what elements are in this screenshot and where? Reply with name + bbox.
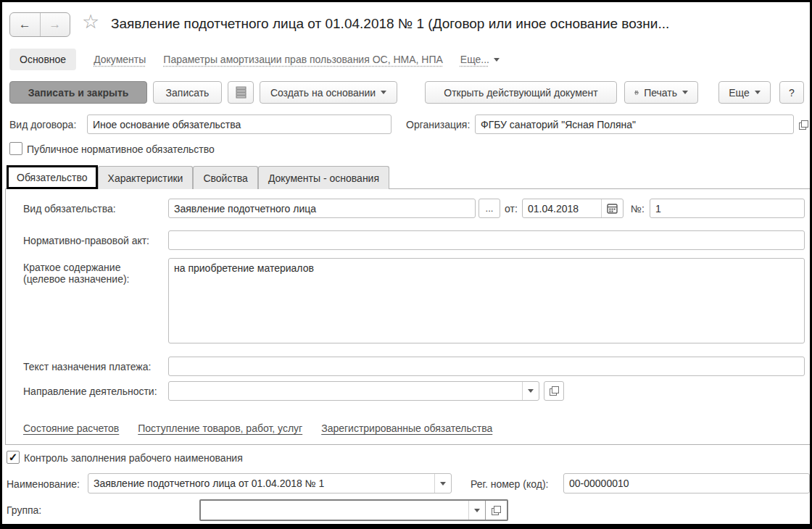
summary-label-line1: Краткое содержание bbox=[23, 262, 130, 273]
public-normative-label: Публичное нормативное обязательство bbox=[27, 143, 215, 155]
number-value: 1 bbox=[650, 203, 804, 214]
reg-number-label: Рег. номер (код): bbox=[471, 478, 548, 490]
obligation-type-value: Заявление подотчетного лица bbox=[169, 203, 475, 214]
public-normative-checkbox[interactable] bbox=[9, 142, 22, 155]
summary-textarea[interactable]: на приобретение материалов bbox=[168, 258, 805, 343]
activity-direction-input[interactable] bbox=[168, 381, 539, 401]
tab-properties[interactable]: Свойства bbox=[193, 166, 257, 189]
caret-down-icon bbox=[440, 482, 446, 486]
number-label: №: bbox=[631, 203, 645, 214]
payment-text-label: Текст назначения платежа: bbox=[23, 361, 151, 372]
favorite-star-icon[interactable]: ☆ bbox=[82, 12, 99, 32]
name-control-label: Контроль заполнения рабочего наименовани… bbox=[24, 452, 243, 464]
save-and-close-button[interactable]: Записать и закрыть bbox=[9, 81, 147, 104]
summary-label-line2: (целевое назначение): bbox=[23, 273, 130, 285]
create-based-on-button[interactable]: Создать на основании bbox=[260, 81, 397, 104]
nav-tab-amortization-params[interactable]: Параметры амортизации прав пользования О… bbox=[163, 54, 443, 65]
group-label: Группа: bbox=[7, 504, 41, 516]
detail-tabs: Обязательство Характеристики Свойства До… bbox=[7, 166, 389, 189]
obligation-type-input[interactable]: Заявление подотчетного лица bbox=[168, 199, 476, 218]
group-open-button[interactable] bbox=[485, 501, 507, 520]
name-dropdown-button[interactable] bbox=[434, 474, 451, 493]
caret-down-icon bbox=[381, 91, 386, 94]
back-button[interactable]: ← bbox=[10, 13, 40, 36]
group-dropdown-button[interactable] bbox=[468, 501, 485, 520]
forward-button[interactable]: → bbox=[40, 13, 70, 36]
name-control-checkbox[interactable]: ✓ bbox=[7, 451, 20, 464]
help-button[interactable]: ? bbox=[779, 81, 804, 104]
contract-type-value: Иное основание обязательства bbox=[88, 119, 391, 130]
command-toolbar: Записать и закрыть Записать Создать на о… bbox=[9, 81, 804, 104]
obligation-type-label: Вид обязательства: bbox=[23, 203, 116, 214]
activity-dropdown-button[interactable] bbox=[522, 382, 539, 400]
group-input[interactable] bbox=[199, 499, 508, 521]
caret-down-icon bbox=[755, 91, 761, 94]
nav-tab-main[interactable]: Основное bbox=[9, 49, 76, 70]
activity-open-button[interactable] bbox=[544, 381, 564, 401]
create-based-on-label: Создать на основании bbox=[270, 87, 376, 99]
obligation-tab-panel: Вид обязательства: Заявление подотчетног… bbox=[5, 188, 812, 445]
organization-input[interactable]: ФГБУ санаторий "Ясная Поляна" bbox=[475, 114, 794, 134]
tab-obligation[interactable]: Обязательство bbox=[7, 165, 98, 189]
tab-characteristics[interactable]: Характеристики bbox=[98, 166, 194, 189]
contract-type-label: Вид договора: bbox=[9, 119, 76, 130]
back-arrow-icon: ← bbox=[19, 17, 31, 32]
caret-down-icon bbox=[474, 509, 480, 512]
calendar-icon bbox=[607, 203, 618, 214]
caret-down-icon bbox=[528, 389, 534, 393]
organization-value: ФГБУ санаторий "Ясная Поляна" bbox=[476, 119, 793, 130]
contract-type-input[interactable]: Иное основание обязательства bbox=[87, 114, 392, 134]
obligation-document-window: ← → ☆ Заявление подотчетного лица от 01.… bbox=[0, 0, 812, 529]
obligation-type-choose-button[interactable]: ... bbox=[478, 199, 500, 218]
date-input[interactable]: 01.04.2018 bbox=[522, 199, 624, 218]
link-registered-obligations[interactable]: Зарегистрированные обязательства bbox=[321, 422, 492, 434]
print-button[interactable]: Печать bbox=[624, 81, 698, 104]
name-input[interactable]: Заявление подотчетного лица от 01.04.201… bbox=[88, 473, 452, 493]
open-active-document-button[interactable]: Открыть действующий документ bbox=[425, 81, 617, 104]
summary-label: Краткое содержание (целевое назначение): bbox=[23, 262, 130, 285]
save-button[interactable]: Записать bbox=[153, 81, 222, 104]
nav-more-menu[interactable]: Еще... bbox=[460, 54, 500, 65]
more-label: Еще bbox=[729, 87, 750, 99]
forward-arrow-icon: → bbox=[49, 17, 61, 32]
related-links: Состояние расчетов Поступление товаров, … bbox=[23, 422, 492, 434]
register-records-icon bbox=[236, 86, 246, 99]
name-label: Наименование: bbox=[7, 478, 80, 490]
name-value: Заявление подотчетного лица от 01.04.201… bbox=[88, 478, 434, 489]
summary-value: на приобретение материалов bbox=[169, 259, 804, 274]
checkmark-icon: ✓ bbox=[9, 451, 18, 464]
link-settlement-state[interactable]: Состояние расчетов bbox=[23, 422, 119, 434]
tab-basis-documents[interactable]: Документы - основания bbox=[258, 166, 389, 189]
activity-direction-label: Направление деятельности: bbox=[23, 386, 157, 397]
legal-act-label: Нормативно-правовой акт: bbox=[23, 235, 149, 246]
show-postings-button[interactable] bbox=[228, 81, 254, 104]
open-icon bbox=[492, 506, 501, 515]
more-actions-button[interactable]: Еще bbox=[718, 81, 771, 104]
legal-act-input[interactable] bbox=[168, 230, 805, 250]
nav-tab-documents[interactable]: Документы bbox=[94, 54, 146, 65]
caret-down-icon bbox=[494, 58, 500, 62]
number-input[interactable]: 1 bbox=[650, 199, 805, 218]
organization-label: Организация: bbox=[406, 119, 470, 130]
reg-number-input[interactable]: 00-00000010 bbox=[563, 473, 810, 493]
print-label: Печать bbox=[644, 87, 677, 99]
section-nav: Основное Документы Параметры амортизации… bbox=[9, 47, 500, 72]
link-goods-receipt[interactable]: Поступление товаров, работ, услуг bbox=[138, 422, 302, 434]
nav-more-label: Еще... bbox=[460, 54, 489, 65]
payment-text-input[interactable] bbox=[168, 357, 805, 376]
date-label: от: bbox=[505, 203, 518, 214]
history-nav-buttons: ← → bbox=[9, 12, 70, 37]
calendar-picker-button[interactable] bbox=[601, 199, 623, 217]
date-value: 01.04.2018 bbox=[523, 203, 601, 214]
printer-icon bbox=[634, 87, 639, 99]
caret-down-icon bbox=[682, 91, 688, 94]
reg-number-value: 00-00000010 bbox=[564, 478, 809, 489]
page-title: Заявление подотчетного лица от 01.04.201… bbox=[111, 16, 669, 32]
organization-open-icon[interactable] bbox=[799, 120, 808, 130]
open-icon bbox=[550, 386, 559, 396]
